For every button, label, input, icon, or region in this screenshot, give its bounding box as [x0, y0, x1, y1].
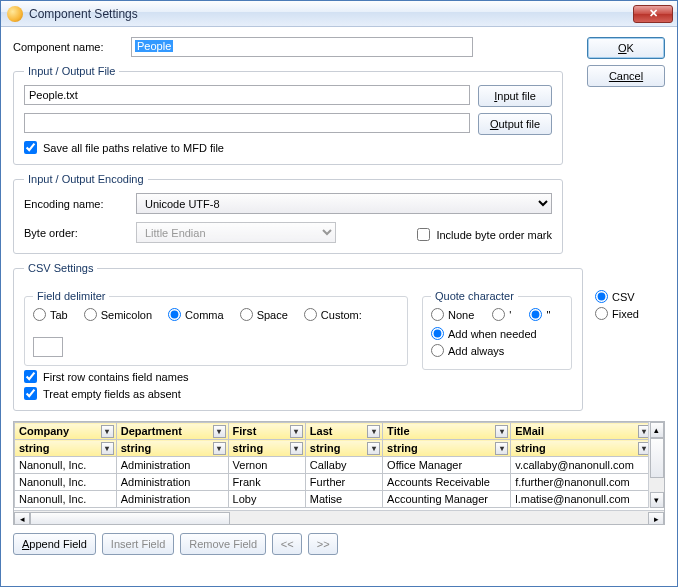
encoding-group: Input / Output Encoding Encoding name: U…: [13, 173, 563, 254]
chevron-down-icon[interactable]: ▾: [101, 425, 114, 438]
delimiter-legend: Field delimiter: [33, 290, 109, 302]
col-department: Department▾: [116, 423, 228, 440]
first-row-checkbox[interactable]: First row contains field names: [24, 370, 408, 383]
chevron-down-icon[interactable]: ▾: [290, 442, 303, 455]
window-title: Component Settings: [29, 7, 633, 21]
encoding-name-select[interactable]: Unicode UTF-8: [136, 193, 552, 214]
data-grid[interactable]: Company▾ Department▾ First▾ Last▾ Title▾…: [13, 421, 665, 525]
quote-single[interactable]: ': [492, 308, 511, 321]
delimiter-semicolon[interactable]: Semicolon: [84, 308, 152, 321]
csv-legend: CSV Settings: [24, 262, 97, 274]
dialog-buttons: OK Cancel: [587, 37, 665, 87]
prev-button: <<: [272, 533, 302, 555]
data-table: Company▾ Department▾ First▾ Last▾ Title▾…: [14, 422, 664, 508]
quote-none[interactable]: None: [431, 308, 474, 321]
component-name-label: Component name:: [13, 41, 123, 53]
table-row: Nanonull, Inc.AdministrationLobyMatiseAc…: [15, 491, 665, 508]
component-name-row: Component name: People: [13, 37, 473, 57]
scroll-left-icon[interactable]: ◂: [14, 512, 30, 526]
input-file-button[interactable]: Input file: [478, 85, 552, 107]
io-file-legend: Input / Output File: [24, 65, 119, 77]
component-name-value: People: [135, 40, 173, 52]
remove-field-button: Remove Field: [180, 533, 266, 555]
scroll-up-icon[interactable]: ▴: [650, 422, 664, 438]
col-last: Last▾: [305, 423, 382, 440]
append-field-button[interactable]: Append Field: [13, 533, 96, 555]
quote-add-when-needed[interactable]: Add when needed: [431, 327, 563, 340]
col-company: Company▾: [15, 423, 117, 440]
chevron-down-icon[interactable]: ▾: [495, 425, 508, 438]
cancel-button[interactable]: Cancel: [587, 65, 665, 87]
format-group: CSV Fixed: [595, 254, 665, 324]
io-file-group: Input / Output File Input file Output fi…: [13, 65, 563, 165]
quote-legend: Quote character: [431, 290, 518, 302]
horizontal-scrollbar[interactable]: ◂ ▸: [14, 510, 664, 525]
delimiter-tab[interactable]: Tab: [33, 308, 68, 321]
encoding-legend: Input / Output Encoding: [24, 173, 148, 185]
chevron-down-icon[interactable]: ▾: [213, 442, 226, 455]
col-first: First▾: [228, 423, 305, 440]
table-row: Nanonull, Inc.AdministrationFrankFurther…: [15, 474, 665, 491]
byte-order-label: Byte order:: [24, 227, 124, 239]
bom-checkbox[interactable]: Include byte order mark: [417, 228, 552, 241]
chevron-down-icon[interactable]: ▾: [367, 442, 380, 455]
insert-field-button: Insert Field: [102, 533, 174, 555]
scroll-down-icon[interactable]: ▾: [650, 492, 664, 508]
save-relative-checkbox[interactable]: Save all file paths relative to MFD file: [24, 141, 552, 154]
delimiter-custom[interactable]: Custom:: [304, 308, 362, 321]
input-file-field[interactable]: [24, 85, 470, 105]
output-file-button[interactable]: Output file: [478, 113, 552, 135]
output-file-field[interactable]: [24, 113, 470, 133]
chevron-down-icon[interactable]: ▾: [367, 425, 380, 438]
delimiter-space[interactable]: Space: [240, 308, 288, 321]
bom-input[interactable]: [417, 228, 430, 241]
field-buttons: Append Field Insert Field Remove Field <…: [13, 533, 665, 555]
titlebar[interactable]: Component Settings ✕: [1, 1, 677, 27]
delimiter-custom-input[interactable]: [33, 337, 63, 357]
component-name-input[interactable]: [131, 37, 473, 57]
delimiter-comma[interactable]: Comma: [168, 308, 224, 321]
col-email: EMail▾: [511, 423, 653, 440]
dialog-window: Component Settings ✕ OK Cancel Component…: [0, 0, 678, 587]
quote-group: Quote character None ' " Add when needed…: [422, 290, 572, 370]
scroll-thumb[interactable]: [30, 512, 230, 526]
quote-double[interactable]: ": [529, 308, 550, 321]
vertical-scrollbar[interactable]: ▴ ▾: [648, 422, 664, 508]
next-button: >>: [308, 533, 338, 555]
table-row: Nanonull, Inc.AdministrationVernonCallab…: [15, 457, 665, 474]
close-button[interactable]: ✕: [633, 5, 673, 23]
chevron-down-icon[interactable]: ▾: [495, 442, 508, 455]
scroll-right-icon[interactable]: ▸: [648, 512, 664, 526]
scroll-thumb[interactable]: [650, 438, 664, 478]
encoding-name-label: Encoding name:: [24, 198, 124, 210]
app-icon: [7, 6, 23, 22]
byte-order-select: Little Endian: [136, 222, 336, 243]
csv-settings-group: CSV Settings Field delimiter Tab Semicol…: [13, 262, 583, 411]
col-title: Title▾: [383, 423, 511, 440]
content-area: OK Cancel Component name: People Input /…: [1, 27, 677, 586]
format-csv[interactable]: CSV: [595, 290, 665, 303]
delimiter-group: Field delimiter Tab Semicolon Comma Spac…: [24, 290, 408, 366]
header-row: Company▾ Department▾ First▾ Last▾ Title▾…: [15, 423, 665, 440]
format-fixed[interactable]: Fixed: [595, 307, 665, 320]
chevron-down-icon[interactable]: ▾: [213, 425, 226, 438]
save-relative-input[interactable]: [24, 141, 37, 154]
chevron-down-icon[interactable]: ▾: [290, 425, 303, 438]
type-row: string▾ string▾ string▾ string▾ string▾ …: [15, 440, 665, 457]
chevron-down-icon[interactable]: ▾: [101, 442, 114, 455]
ok-button[interactable]: OK: [587, 37, 665, 59]
treat-empty-checkbox[interactable]: Treat empty fields as absent: [24, 387, 408, 400]
quote-add-always[interactable]: Add always: [431, 344, 563, 357]
